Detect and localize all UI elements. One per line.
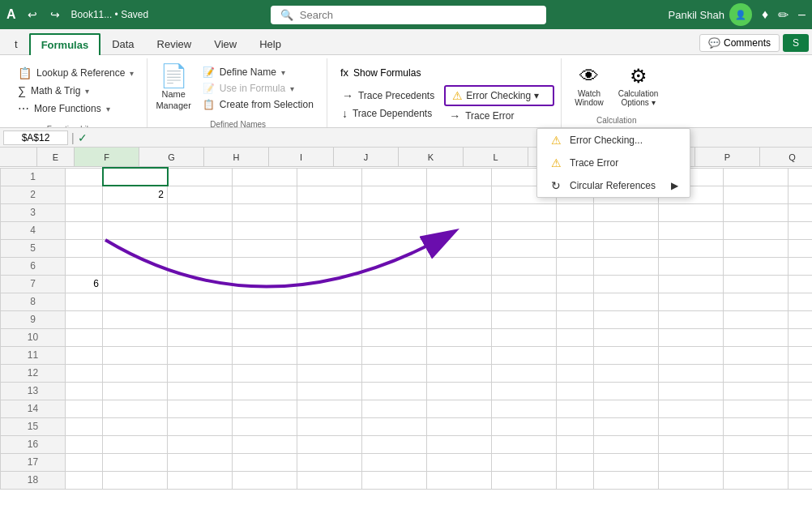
table-row[interactable] [168, 382, 233, 400]
table-row[interactable] [362, 168, 427, 186]
table-row[interactable] [557, 435, 594, 453]
table-row[interactable] [557, 275, 594, 293]
col-header-k[interactable]: K [399, 148, 464, 166]
table-row[interactable] [724, 417, 788, 435]
tab-file[interactable]: t [3, 33, 29, 55]
table-row[interactable] [557, 203, 594, 221]
table-row[interactable] [427, 471, 492, 489]
table-row[interactable] [427, 221, 492, 239]
table-row[interactable] [362, 293, 427, 310]
col-header-p[interactable]: P [695, 148, 760, 166]
table-row[interactable] [168, 203, 233, 221]
lookup-reference-button[interactable]: 📋 Lookup & Reference ▾ [11, 65, 140, 81]
table-row[interactable] [659, 221, 724, 239]
table-row[interactable] [427, 203, 492, 221]
use-in-formula-button[interactable]: 📝 Use in Formula ▾ [196, 81, 320, 96]
table-row[interactable] [788, 203, 813, 221]
table-row[interactable] [66, 293, 103, 310]
table-row[interactable] [362, 203, 427, 221]
table-row[interactable] [297, 417, 362, 435]
table-row[interactable] [788, 435, 813, 453]
trace-dependents-button[interactable]: ↓ Trace Dependents [337, 105, 439, 122]
table-row[interactable] [103, 221, 168, 239]
table-row[interactable] [788, 453, 813, 471]
table-row[interactable] [168, 168, 233, 186]
define-name-button[interactable]: 📝 Define Name ▾ [196, 65, 320, 79]
table-row[interactable] [103, 168, 168, 186]
table-row[interactable] [724, 364, 788, 382]
table-row[interactable] [233, 346, 297, 364]
table-row[interactable] [233, 168, 297, 186]
table-row[interactable] [594, 453, 659, 471]
table-row[interactable] [168, 364, 233, 382]
table-row[interactable] [724, 453, 788, 471]
table-row[interactable] [594, 293, 659, 310]
table-row[interactable] [594, 435, 659, 453]
table-row[interactable] [594, 417, 659, 435]
col-header-i[interactable]: I [269, 148, 334, 166]
table-row[interactable] [788, 310, 813, 328]
table-row[interactable] [168, 310, 233, 328]
redo-button[interactable]: ↪ [45, 5, 65, 24]
table-row[interactable] [103, 471, 168, 489]
table-row[interactable] [724, 400, 788, 417]
table-row[interactable]: 2 [103, 186, 168, 203]
table-row[interactable] [724, 293, 788, 310]
table-row[interactable] [168, 453, 233, 471]
table-row[interactable] [168, 221, 233, 239]
table-row[interactable] [492, 417, 557, 435]
show-formulas-btn[interactable]: fx Show Formulas [335, 65, 554, 80]
table-row[interactable] [557, 471, 594, 489]
table-row[interactable] [788, 275, 813, 293]
table-row[interactable] [594, 221, 659, 239]
math-trig-button[interactable]: ∑ Math & Trig ▾ [11, 83, 140, 99]
name-box[interactable] [3, 130, 68, 145]
table-row[interactable] [66, 168, 103, 186]
table-row[interactable] [492, 400, 557, 417]
table-row[interactable] [297, 257, 362, 275]
col-header-h[interactable]: H [204, 148, 269, 166]
table-row[interactable] [168, 471, 233, 489]
table-row[interactable] [557, 417, 594, 435]
table-row[interactable] [724, 471, 788, 489]
table-row[interactable] [168, 257, 233, 275]
table-row[interactable] [557, 257, 594, 275]
table-row[interactable] [103, 400, 168, 417]
table-row[interactable] [297, 186, 362, 203]
table-row[interactable] [594, 275, 659, 293]
table-row[interactable] [103, 453, 168, 471]
table-row[interactable] [66, 203, 103, 221]
table-row[interactable] [362, 453, 427, 471]
table-row[interactable] [724, 275, 788, 293]
col-header-j[interactable]: J [334, 148, 399, 166]
table-row[interactable] [788, 328, 813, 346]
table-row[interactable] [103, 239, 168, 257]
table-row[interactable] [557, 346, 594, 364]
table-row[interactable] [659, 239, 724, 257]
table-row[interactable] [427, 257, 492, 275]
table-row[interactable] [362, 382, 427, 400]
error-checking-button[interactable]: ⚠ Error Checking ▾ [444, 85, 554, 106]
table-row[interactable] [659, 364, 724, 382]
table-row[interactable] [557, 400, 594, 417]
table-row[interactable] [788, 221, 813, 239]
table-row[interactable] [103, 346, 168, 364]
table-row[interactable] [233, 400, 297, 417]
table-row[interactable] [103, 364, 168, 382]
search-input[interactable] [300, 9, 536, 21]
tab-data[interactable]: Data [100, 33, 145, 55]
table-row[interactable] [66, 400, 103, 417]
table-row[interactable] [427, 435, 492, 453]
table-row[interactable] [557, 453, 594, 471]
table-row[interactable] [297, 346, 362, 364]
table-row[interactable] [557, 382, 594, 400]
table-row[interactable] [168, 275, 233, 293]
table-row[interactable] [103, 203, 168, 221]
table-row[interactable] [788, 293, 813, 310]
table-row[interactable]: 6 [66, 275, 103, 293]
table-row[interactable] [594, 400, 659, 417]
table-row[interactable] [66, 417, 103, 435]
table-row[interactable] [233, 471, 297, 489]
table-row[interactable] [66, 471, 103, 489]
create-from-selection-button[interactable]: 📋 Create from Selection [196, 97, 320, 112]
